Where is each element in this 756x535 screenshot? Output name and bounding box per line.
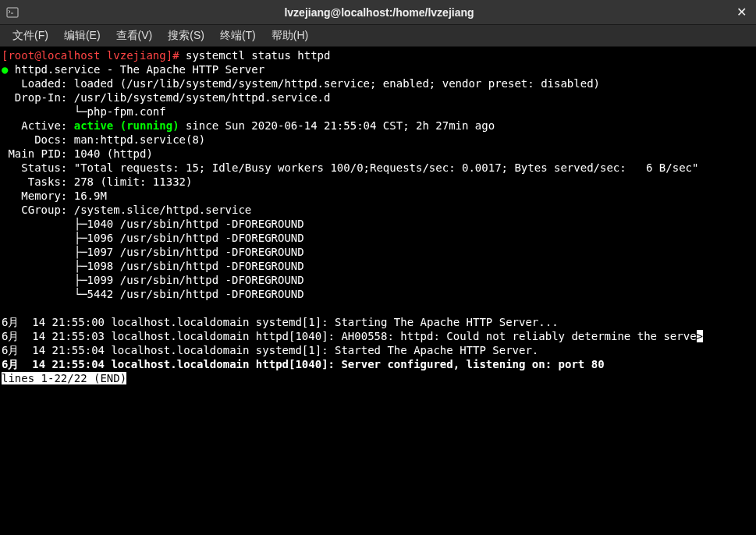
process-line: ├─1099 /usr/sbin/httpd -DFOREGROUND (2, 273, 754, 287)
titlebar: lvzejiang@localhost:/home/lvzejiang ✕ (0, 0, 756, 25)
process-line: ├─1096 /usr/sbin/httpd -DFOREGROUND (2, 231, 754, 245)
menu-search[interactable]: 搜索(S) (160, 26, 212, 46)
process-line: ├─1040 /usr/sbin/httpd -DFOREGROUND (2, 217, 754, 231)
tasks-line: Tasks: 278 (limit: 11332) (2, 175, 754, 189)
active-since: since Sun 2020-06-14 21:55:04 CST; 2h 27… (179, 119, 495, 132)
terminal-icon (6, 6, 19, 19)
log-line: 6月 14 21:55:04 localhost.localdomain htt… (2, 357, 754, 371)
dropin-line: Drop-In: /usr/lib/systemd/system/httpd.s… (2, 90, 754, 105)
window-title: lvzejiang@localhost:/home/lvzejiang (25, 6, 733, 19)
process-line: └─5442 /usr/sbin/httpd -DFOREGROUND (2, 287, 754, 301)
active-label: Active: (2, 119, 74, 132)
process-line: ├─1098 /usr/sbin/httpd -DFOREGROUND (2, 259, 754, 273)
menu-terminal[interactable]: 终端(T) (212, 26, 264, 46)
svg-rect-0 (7, 8, 18, 17)
process-line: ├─1097 /usr/sbin/httpd -DFOREGROUND (2, 245, 754, 259)
blank-line (2, 301, 754, 315)
log-line: 6月 14 21:55:04 localhost.localdomain sys… (2, 343, 754, 357)
log-line: 6月 14 21:55:03 localhost.localdomain htt… (2, 330, 697, 342)
prompt: [root@localhost lvzejiang]# (2, 49, 186, 62)
menu-edit[interactable]: 编辑(E) (56, 26, 108, 46)
cgroup-line: CGroup: /system.slice/httpd.service (2, 203, 754, 217)
menu-view[interactable]: 查看(V) (108, 26, 161, 46)
pager-status: lines 1-22/22 (END) (2, 372, 126, 384)
status-line: Status: "Total requests: 15; Idle/Busy w… (2, 161, 754, 175)
command: systemctl status httpd (186, 49, 330, 62)
menu-file[interactable]: 文件(F) (5, 26, 56, 46)
status-bullet: ● (2, 63, 15, 76)
close-button[interactable]: ✕ (733, 5, 750, 19)
terminal-output[interactable]: [root@localhost lvzejiang]# systemctl st… (0, 47, 756, 535)
log-overflow-indicator: > (697, 330, 703, 342)
loaded-line: Loaded: loaded (/usr/lib/systemd/system/… (2, 76, 754, 90)
mainpid-line: Main PID: 1040 (httpd) (2, 147, 754, 161)
service-name: httpd.service - The Apache HTTP Server (15, 63, 264, 76)
active-status: active (running) (74, 119, 179, 132)
memory-line: Memory: 16.9M (2, 189, 754, 203)
docs-line: Docs: man:httpd.service(8) (2, 133, 754, 147)
dropin-file: └─php-fpm.conf (2, 105, 754, 119)
menubar: 文件(F) 编辑(E) 查看(V) 搜索(S) 终端(T) 帮助(H) (0, 25, 756, 47)
menu-help[interactable]: 帮助(H) (264, 26, 316, 46)
log-line: 6月 14 21:55:00 localhost.localdomain sys… (2, 315, 754, 329)
